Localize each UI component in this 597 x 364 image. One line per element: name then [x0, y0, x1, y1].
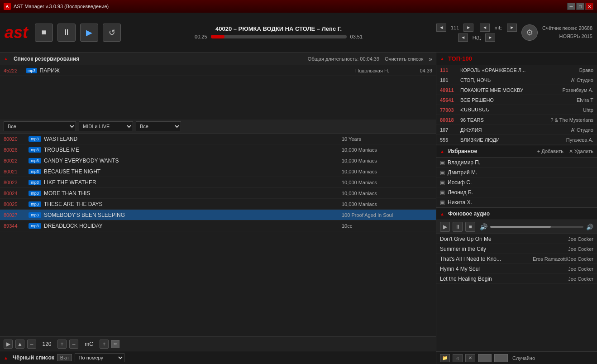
top100-header: ▲ ТОП-100 — [436, 53, 597, 65]
minimize-button[interactable]: ─ — [567, 3, 575, 10]
bg-audio-title: Фоновое аудио — [448, 211, 490, 217]
top100-toggle[interactable]: ▲ — [440, 56, 444, 61]
nav-prev-3[interactable]: ◄ — [458, 34, 468, 42]
res-id: 45222 — [4, 68, 26, 73]
title-bar-text: AST Manager v.3.0.93 (Воспроизведение) — [14, 4, 109, 9]
bg-track-row[interactable]: Summer in the City Joe Cocker — [436, 244, 597, 254]
reservation-list: 45222 mp3 ПАРИЖ Подольская Н. 04:39 — [0, 65, 436, 120]
blacklist-toggle[interactable]: ▲ — [4, 355, 8, 360]
favorites-toggle[interactable]: ▲ — [440, 149, 444, 154]
expand-icon[interactable]: » — [429, 55, 432, 62]
favorites-title: Избранное — [448, 148, 477, 154]
title-bar-left: A AST Manager v.3.0.93 (Воспроизведение) — [4, 3, 109, 10]
mode-button-2[interactable] — [494, 354, 508, 362]
bg-track-row[interactable]: That's All I Need to Kno... Eros Ramazot… — [436, 254, 597, 264]
bg-audio-controls: ▶ ⏸ ■ 🔊 🔊 — [436, 220, 597, 234]
song-row[interactable]: 80025 mp3 THESE ARE THE DAYS 10,000 Mani… — [0, 199, 436, 210]
top-row[interactable]: 77003 ՀԱՅԱՍՏԱՆ Uhtр — [436, 105, 597, 115]
plus-mc-button[interactable]: + — [100, 340, 109, 349]
stop-button[interactable]: ■ — [35, 24, 53, 42]
reservation-total: Общая длительность: 00:04:39 — [308, 56, 379, 62]
top100-list: 111 КОРОЛЬ «ОРАНЖЕВОЕ Л... Браво 101 СТО… — [436, 65, 597, 145]
minus-button[interactable]: – — [27, 340, 36, 349]
song-list: 80020 mp3 WASTELAND 10 Years 80026 mp3 T… — [0, 134, 436, 336]
reservation-item[interactable]: 45222 mp3 ПАРИЖ Подольская Н. 04:39 — [0, 65, 436, 76]
bg-track-row[interactable]: Hymn 4 My Soul Joe Cocker — [436, 264, 597, 274]
top-row[interactable]: 40911 ПОКАЖИТЕ МНЕ МОСКВУ Розенбаум А. — [436, 85, 597, 95]
song-row[interactable]: 80021 mp3 BECAUSE THE NIGHT 10,000 Mania… — [0, 166, 436, 177]
minus-mc-button[interactable]: – — [69, 340, 78, 349]
close-button[interactable]: ✕ — [585, 3, 593, 10]
month-label: НОЯБРЬ 2015 — [542, 33, 592, 41]
bg-close-button[interactable]: ✕ — [465, 354, 475, 362]
folder-icon: ▣ — [440, 179, 445, 186]
song-row-selected[interactable]: 80027 mp3 SOMEBODY'S BEEN SLEEPING 100 P… — [0, 210, 436, 220]
favorite-item[interactable]: ▣ Леонид Б. — [436, 187, 597, 197]
favorites-list: ▣ Владимир П. ▣ Дмитрий М. ▣ Иосиф С. ▣ … — [436, 158, 597, 207]
random-label: Случайно — [512, 355, 535, 361]
nav-value-2: mE — [492, 25, 505, 30]
nav-next-3[interactable]: ► — [485, 34, 495, 42]
song-row[interactable]: 80026 mp3 TROUBLE ME 10,000 Maniacs — [0, 144, 436, 155]
nav-next-2[interactable]: ► — [507, 24, 517, 32]
nav-value-1: 111 — [448, 25, 462, 30]
bg-stop-button[interactable]: ■ — [465, 222, 475, 232]
song-row[interactable]: 80020 mp3 WASTELAND 10 Years — [0, 134, 436, 144]
progress-bar[interactable] — [211, 35, 347, 38]
pause-button[interactable]: ⏸ — [57, 24, 76, 42]
nav-next-1[interactable]: ► — [463, 24, 473, 32]
favorite-item[interactable]: ▣ Никита Х. — [436, 197, 597, 207]
filter-right-select[interactable]: Все — [136, 121, 181, 131]
song-row[interactable]: 89344 mp3 DREADLOCK HOLIDAY 10cc — [0, 220, 436, 231]
bg-play-button[interactable]: ▶ — [440, 222, 450, 232]
bg-pause-button[interactable]: ⏸ — [453, 222, 463, 232]
folder-icon: ▣ — [440, 169, 445, 176]
volume-fill — [490, 226, 551, 228]
top-row[interactable]: 107 ДЖУЛИЯ А' Студио — [436, 125, 597, 135]
folder-icon: ▣ — [440, 189, 445, 196]
playback-controls-row: ▶ ▲ – 120 + – mC + ✏ — [0, 336, 436, 351]
top-row[interactable]: 555 БЛИЗКИЕ ЛЮДИ Пугачёва А. — [436, 135, 597, 145]
bg-track-row[interactable]: Let the Healing Begin Joe Cocker — [436, 274, 597, 284]
nav-prev-1[interactable]: ◄ — [436, 24, 446, 32]
filter-midi-select[interactable]: MIDI и LIVE — [79, 121, 133, 131]
bg-music-button[interactable]: ♫ — [453, 354, 463, 362]
blacklist-sort-select[interactable]: По номеру — [75, 353, 124, 362]
nav-prev-2[interactable]: ◄ — [480, 24, 490, 32]
top-row[interactable]: 101 СТОП, НОЧЬ А' Студио — [436, 75, 597, 85]
nav-row-bottom: ◄ Н/Д ► — [458, 34, 495, 42]
plus-button[interactable]: + — [57, 340, 67, 349]
bg-folder-button[interactable]: 📁 — [440, 354, 450, 362]
up-button[interactable]: ▲ — [15, 340, 24, 349]
maximize-button[interactable]: □ — [576, 3, 584, 10]
filter-all-select[interactable]: Все — [4, 121, 76, 131]
favorite-item[interactable]: ▣ Иосиф С. — [436, 177, 597, 187]
bg-bottom-controls: 📁 ♫ ✕ Случайно — [436, 351, 597, 364]
song-row[interactable]: 80023 mp3 LIKE THE WEATHER 10,000 Maniac… — [0, 177, 436, 188]
play-small-button[interactable]: ▶ — [4, 340, 13, 349]
top-row[interactable]: 111 КОРОЛЬ «ОРАНЖЕВОЕ Л... Браво — [436, 65, 597, 75]
folder-icon: ▣ — [440, 159, 445, 166]
mc-value: mC — [81, 341, 97, 347]
blacklist-on-button[interactable]: Вкл — [57, 354, 72, 361]
top-row[interactable]: 45641 ВСЁ РЕШЕНО Elvira T — [436, 95, 597, 105]
favorite-item[interactable]: ▣ Дмитрий М. — [436, 168, 597, 177]
clear-list-button[interactable]: Очистить список — [383, 56, 425, 62]
delete-favorite-button[interactable]: ✕ Удалить — [569, 148, 593, 154]
reservation-title: Список резервирования — [14, 56, 79, 62]
add-favorite-button[interactable]: + Добавить — [537, 148, 564, 154]
play-button[interactable]: ▶ — [80, 24, 98, 42]
edit-button[interactable]: ✏ — [111, 340, 119, 348]
repeat-button[interactable]: ↺ — [103, 24, 121, 42]
reservation-toggle[interactable]: ▲ — [4, 56, 8, 61]
bg-track-row[interactable]: Don't Give Up On Me Joe Cocker — [436, 234, 597, 244]
top-row[interactable]: 80018 96 TEARS ? & The Mysterians — [436, 115, 597, 125]
song-row[interactable]: 80024 mp3 MORE THAN THIS 10,000 Maniacs — [0, 188, 436, 199]
settings-button[interactable]: ⚙ — [521, 24, 538, 41]
song-row[interactable]: 80022 mp3 CANDY EVERYBODY WANTS 10,000 M… — [0, 155, 436, 166]
mode-button-1[interactable] — [478, 354, 492, 362]
bg-audio-toggle[interactable]: ▲ — [440, 211, 444, 216]
counter-info: Счётчик песен: 20688 НОЯБРЬ 2015 — [542, 24, 592, 40]
favorite-item[interactable]: ▣ Владимир П. — [436, 158, 597, 168]
volume-slider[interactable] — [490, 226, 583, 228]
